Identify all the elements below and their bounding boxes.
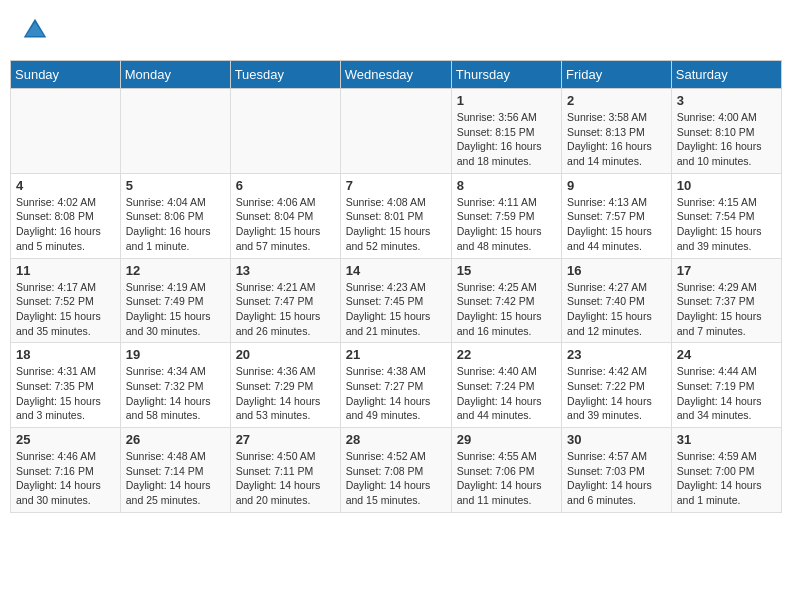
day-info: Sunrise: 3:56 AM Sunset: 8:15 PM Dayligh…	[457, 110, 556, 169]
day-info: Sunrise: 4:40 AM Sunset: 7:24 PM Dayligh…	[457, 364, 556, 423]
day-info: Sunrise: 4:06 AM Sunset: 8:04 PM Dayligh…	[236, 195, 335, 254]
calendar-cell: 30Sunrise: 4:57 AM Sunset: 7:03 PM Dayli…	[562, 428, 672, 513]
day-info: Sunrise: 4:44 AM Sunset: 7:19 PM Dayligh…	[677, 364, 776, 423]
day-number: 1	[457, 93, 556, 108]
calendar-cell	[340, 89, 451, 174]
calendar-week-row: 25Sunrise: 4:46 AM Sunset: 7:16 PM Dayli…	[11, 428, 782, 513]
calendar-week-row: 1Sunrise: 3:56 AM Sunset: 8:15 PM Daylig…	[11, 89, 782, 174]
calendar-cell: 23Sunrise: 4:42 AM Sunset: 7:22 PM Dayli…	[562, 343, 672, 428]
day-number: 31	[677, 432, 776, 447]
calendar-cell: 31Sunrise: 4:59 AM Sunset: 7:00 PM Dayli…	[671, 428, 781, 513]
logo-icon	[20, 15, 50, 45]
day-info: Sunrise: 4:25 AM Sunset: 7:42 PM Dayligh…	[457, 280, 556, 339]
logo	[20, 15, 54, 45]
day-header-saturday: Saturday	[671, 61, 781, 89]
page-header	[10, 10, 782, 50]
day-number: 9	[567, 178, 666, 193]
calendar-cell	[11, 89, 121, 174]
day-number: 25	[16, 432, 115, 447]
day-number: 19	[126, 347, 225, 362]
calendar-cell: 26Sunrise: 4:48 AM Sunset: 7:14 PM Dayli…	[120, 428, 230, 513]
day-number: 23	[567, 347, 666, 362]
day-info: Sunrise: 4:00 AM Sunset: 8:10 PM Dayligh…	[677, 110, 776, 169]
day-info: Sunrise: 4:59 AM Sunset: 7:00 PM Dayligh…	[677, 449, 776, 508]
day-info: Sunrise: 4:17 AM Sunset: 7:52 PM Dayligh…	[16, 280, 115, 339]
day-info: Sunrise: 4:02 AM Sunset: 8:08 PM Dayligh…	[16, 195, 115, 254]
day-number: 8	[457, 178, 556, 193]
calendar-cell: 12Sunrise: 4:19 AM Sunset: 7:49 PM Dayli…	[120, 258, 230, 343]
day-number: 3	[677, 93, 776, 108]
day-info: Sunrise: 4:52 AM Sunset: 7:08 PM Dayligh…	[346, 449, 446, 508]
day-number: 12	[126, 263, 225, 278]
day-header-thursday: Thursday	[451, 61, 561, 89]
calendar-cell: 4Sunrise: 4:02 AM Sunset: 8:08 PM Daylig…	[11, 173, 121, 258]
day-info: Sunrise: 4:55 AM Sunset: 7:06 PM Dayligh…	[457, 449, 556, 508]
day-number: 14	[346, 263, 446, 278]
day-info: Sunrise: 4:46 AM Sunset: 7:16 PM Dayligh…	[16, 449, 115, 508]
calendar-cell: 17Sunrise: 4:29 AM Sunset: 7:37 PM Dayli…	[671, 258, 781, 343]
day-header-sunday: Sunday	[11, 61, 121, 89]
calendar-cell: 6Sunrise: 4:06 AM Sunset: 8:04 PM Daylig…	[230, 173, 340, 258]
day-info: Sunrise: 4:11 AM Sunset: 7:59 PM Dayligh…	[457, 195, 556, 254]
calendar-cell: 11Sunrise: 4:17 AM Sunset: 7:52 PM Dayli…	[11, 258, 121, 343]
day-number: 7	[346, 178, 446, 193]
day-info: Sunrise: 4:13 AM Sunset: 7:57 PM Dayligh…	[567, 195, 666, 254]
day-info: Sunrise: 3:58 AM Sunset: 8:13 PM Dayligh…	[567, 110, 666, 169]
day-info: Sunrise: 4:50 AM Sunset: 7:11 PM Dayligh…	[236, 449, 335, 508]
calendar-cell: 1Sunrise: 3:56 AM Sunset: 8:15 PM Daylig…	[451, 89, 561, 174]
calendar-cell: 8Sunrise: 4:11 AM Sunset: 7:59 PM Daylig…	[451, 173, 561, 258]
day-header-monday: Monday	[120, 61, 230, 89]
calendar-cell: 10Sunrise: 4:15 AM Sunset: 7:54 PM Dayli…	[671, 173, 781, 258]
day-number: 6	[236, 178, 335, 193]
day-info: Sunrise: 4:23 AM Sunset: 7:45 PM Dayligh…	[346, 280, 446, 339]
calendar-cell: 22Sunrise: 4:40 AM Sunset: 7:24 PM Dayli…	[451, 343, 561, 428]
day-number: 28	[346, 432, 446, 447]
day-info: Sunrise: 4:15 AM Sunset: 7:54 PM Dayligh…	[677, 195, 776, 254]
day-number: 20	[236, 347, 335, 362]
calendar-cell: 24Sunrise: 4:44 AM Sunset: 7:19 PM Dayli…	[671, 343, 781, 428]
day-number: 15	[457, 263, 556, 278]
day-info: Sunrise: 4:34 AM Sunset: 7:32 PM Dayligh…	[126, 364, 225, 423]
day-number: 22	[457, 347, 556, 362]
calendar-table: SundayMondayTuesdayWednesdayThursdayFrid…	[10, 60, 782, 513]
calendar-cell: 18Sunrise: 4:31 AM Sunset: 7:35 PM Dayli…	[11, 343, 121, 428]
day-info: Sunrise: 4:36 AM Sunset: 7:29 PM Dayligh…	[236, 364, 335, 423]
calendar-cell: 13Sunrise: 4:21 AM Sunset: 7:47 PM Dayli…	[230, 258, 340, 343]
calendar-cell: 3Sunrise: 4:00 AM Sunset: 8:10 PM Daylig…	[671, 89, 781, 174]
day-number: 17	[677, 263, 776, 278]
day-info: Sunrise: 4:04 AM Sunset: 8:06 PM Dayligh…	[126, 195, 225, 254]
calendar-week-row: 18Sunrise: 4:31 AM Sunset: 7:35 PM Dayli…	[11, 343, 782, 428]
calendar-cell	[120, 89, 230, 174]
day-info: Sunrise: 4:57 AM Sunset: 7:03 PM Dayligh…	[567, 449, 666, 508]
day-number: 26	[126, 432, 225, 447]
calendar-header-row: SundayMondayTuesdayWednesdayThursdayFrid…	[11, 61, 782, 89]
calendar-cell: 19Sunrise: 4:34 AM Sunset: 7:32 PM Dayli…	[120, 343, 230, 428]
day-number: 11	[16, 263, 115, 278]
calendar-cell: 28Sunrise: 4:52 AM Sunset: 7:08 PM Dayli…	[340, 428, 451, 513]
day-info: Sunrise: 4:19 AM Sunset: 7:49 PM Dayligh…	[126, 280, 225, 339]
day-number: 4	[16, 178, 115, 193]
calendar-cell: 16Sunrise: 4:27 AM Sunset: 7:40 PM Dayli…	[562, 258, 672, 343]
calendar-cell: 7Sunrise: 4:08 AM Sunset: 8:01 PM Daylig…	[340, 173, 451, 258]
calendar-cell	[230, 89, 340, 174]
day-number: 30	[567, 432, 666, 447]
calendar-cell: 15Sunrise: 4:25 AM Sunset: 7:42 PM Dayli…	[451, 258, 561, 343]
day-number: 29	[457, 432, 556, 447]
day-info: Sunrise: 4:42 AM Sunset: 7:22 PM Dayligh…	[567, 364, 666, 423]
day-number: 5	[126, 178, 225, 193]
day-number: 27	[236, 432, 335, 447]
day-info: Sunrise: 4:29 AM Sunset: 7:37 PM Dayligh…	[677, 280, 776, 339]
day-header-wednesday: Wednesday	[340, 61, 451, 89]
day-number: 10	[677, 178, 776, 193]
calendar-cell: 29Sunrise: 4:55 AM Sunset: 7:06 PM Dayli…	[451, 428, 561, 513]
calendar-cell: 14Sunrise: 4:23 AM Sunset: 7:45 PM Dayli…	[340, 258, 451, 343]
calendar-cell: 25Sunrise: 4:46 AM Sunset: 7:16 PM Dayli…	[11, 428, 121, 513]
day-info: Sunrise: 4:21 AM Sunset: 7:47 PM Dayligh…	[236, 280, 335, 339]
calendar-cell: 9Sunrise: 4:13 AM Sunset: 7:57 PM Daylig…	[562, 173, 672, 258]
day-header-friday: Friday	[562, 61, 672, 89]
day-header-tuesday: Tuesday	[230, 61, 340, 89]
day-number: 24	[677, 347, 776, 362]
calendar-week-row: 11Sunrise: 4:17 AM Sunset: 7:52 PM Dayli…	[11, 258, 782, 343]
day-info: Sunrise: 4:48 AM Sunset: 7:14 PM Dayligh…	[126, 449, 225, 508]
day-number: 18	[16, 347, 115, 362]
